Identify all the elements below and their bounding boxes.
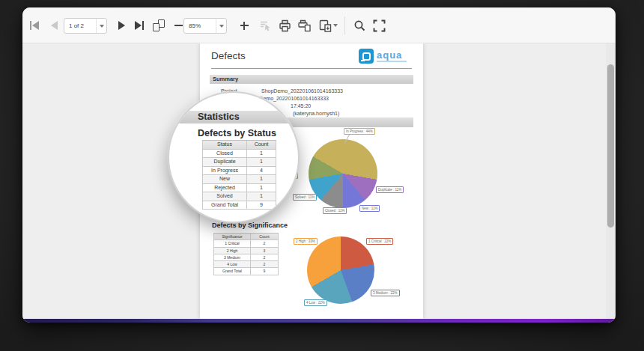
aqua-logo-wordmark: aqua <box>377 51 407 59</box>
table-header-cell: Count <box>251 234 279 239</box>
search-button[interactable] <box>350 17 368 34</box>
table-row: 1 Critical2 <box>213 240 279 247</box>
table-cell: New <box>203 175 247 183</box>
table-cell: Grand Total <box>203 201 247 210</box>
table-cell: Grand Total <box>214 268 251 274</box>
summary-user-value: (kateryna.hornysh1) <box>293 111 339 116</box>
pie-label-duplicate: Duplicate : 11% <box>376 186 404 193</box>
table-header-cell: Significance <box>214 234 251 239</box>
table-cell: 2 High <box>214 248 251 254</box>
table-cell: 9 <box>251 268 279 274</box>
chevron-down-icon <box>219 25 224 28</box>
lens-statistics-header: Statistics <box>169 111 298 123</box>
previous-page-icon <box>51 21 58 30</box>
table-row: 2 High3 <box>213 248 279 254</box>
table-row: Closed1 <box>202 150 276 159</box>
pie-label-in-progress: In Progress : 44% <box>344 128 375 135</box>
summary-project-value: ShopDemo_202201061014163333 <box>261 88 343 94</box>
page-indicator: 1 of 2 <box>64 22 96 29</box>
table-header-cell: Status <box>203 141 247 149</box>
zoom-level-combobox[interactable]: 85% <box>183 18 227 34</box>
pie-label-low: 4 Low : 22% <box>304 299 327 306</box>
pie-label-new: New : 11% <box>359 205 380 212</box>
significance-table: SignificanceCount1 Critical22 High33 Med… <box>213 233 279 275</box>
table-cell: 4 Low <box>214 261 251 267</box>
table-cell: 1 <box>247 192 276 201</box>
page-number-combobox[interactable]: 1 of 2 <box>64 18 107 34</box>
chevron-down-icon <box>333 24 338 27</box>
summary-section-header: Summary <box>210 75 413 84</box>
select-tool-icon <box>258 19 272 32</box>
table-cell: In Progress <box>203 167 247 175</box>
table-cell: 4 <box>247 167 276 175</box>
pie-label-closed: Closed : 11% <box>323 207 347 214</box>
pie-label-medium: 3 Medium : 22% <box>371 290 400 296</box>
vertical-scrollbar[interactable] <box>606 43 615 319</box>
status-table: StatusCountClosed1Duplicate1In Progress4… <box>202 140 276 210</box>
table-row: Grand Total9 <box>202 201 276 210</box>
title-rule <box>211 68 412 69</box>
export-icon <box>318 19 332 33</box>
export-button[interactable] <box>316 17 340 34</box>
print-icon <box>278 19 292 33</box>
print-button[interactable] <box>276 17 294 34</box>
pie-label-solved: Solved : 11% <box>293 194 317 201</box>
previous-page-button[interactable] <box>45 17 63 34</box>
table-cell: 1 <box>247 184 276 192</box>
page-layout-icon <box>153 19 165 31</box>
first-page-button[interactable] <box>25 17 43 34</box>
table-cell: 1 <box>247 158 276 166</box>
zoom-in-button[interactable] <box>235 17 253 34</box>
pie-label-high: 2 High : 33% <box>294 238 318 245</box>
report-viewer-window: 1 of 2 85% <box>22 7 616 323</box>
table-cell: 2 <box>251 261 279 267</box>
aqua-logo-tagline <box>377 61 407 62</box>
magnifier-lens: Statistics Defects by Status StatusCount… <box>168 91 300 223</box>
last-page-button[interactable] <box>130 17 148 34</box>
table-row: In Progress4 <box>202 167 276 176</box>
print-page-button[interactable] <box>295 17 313 34</box>
table-cell: Rejected <box>203 184 247 192</box>
table-row: 3 Medium2 <box>213 254 279 261</box>
report-title: Defects <box>211 50 246 61</box>
table-row: 4 Low2 <box>213 261 279 268</box>
table-cell: Solved <box>203 192 247 201</box>
page-layout-button[interactable] <box>150 17 168 34</box>
next-page-button[interactable] <box>112 17 130 34</box>
pie-label-critical: 1 Critical : 22% <box>366 238 393 245</box>
toolbar-separator <box>344 16 345 34</box>
table-cell: 2 <box>251 240 279 246</box>
table-header-row: SignificanceCount <box>213 234 279 240</box>
chevron-down-icon <box>100 25 104 28</box>
scrollbar-thumb[interactable] <box>607 64 614 228</box>
table-row: Grand Total9 <box>213 268 279 275</box>
first-page-icon <box>30 21 32 30</box>
zoom-out-icon <box>174 25 183 26</box>
fullscreen-button[interactable] <box>370 17 388 34</box>
table-row: Solved1 <box>202 192 276 201</box>
defects-by-significance-title: Defects by Significance <box>212 222 288 229</box>
window-bottom-accent-bar <box>22 319 616 323</box>
aqua-logo: aqua <box>359 49 407 64</box>
document-viewer: Defects aqua Summary Project ShopDemo_20… <box>22 43 616 319</box>
table-cell: 3 <box>251 248 279 254</box>
table-header-cell: Count <box>247 141 276 149</box>
table-cell: 9 <box>247 201 276 210</box>
table-cell: 1 <box>247 175 276 183</box>
table-row: Duplicate1 <box>202 158 276 167</box>
table-cell: Closed <box>203 150 247 158</box>
table-row: Rejected1 <box>202 184 276 193</box>
search-icon <box>353 19 367 33</box>
defects-by-significance-pie-chart <box>307 236 374 304</box>
table-header-row: StatusCount <box>202 141 276 150</box>
aqua-logo-icon <box>359 49 374 64</box>
zoom-in-icon <box>240 22 249 30</box>
next-page-icon <box>118 21 125 30</box>
table-cell: 3 Medium <box>214 254 251 260</box>
table-cell: 1 Critical <box>214 240 251 246</box>
table-cell: 2 <box>251 254 279 260</box>
defects-by-status-pie-chart <box>309 139 377 208</box>
select-tool-button[interactable] <box>256 17 274 34</box>
table-row: New1 <box>202 175 276 184</box>
table-cell: Duplicate <box>203 158 247 166</box>
